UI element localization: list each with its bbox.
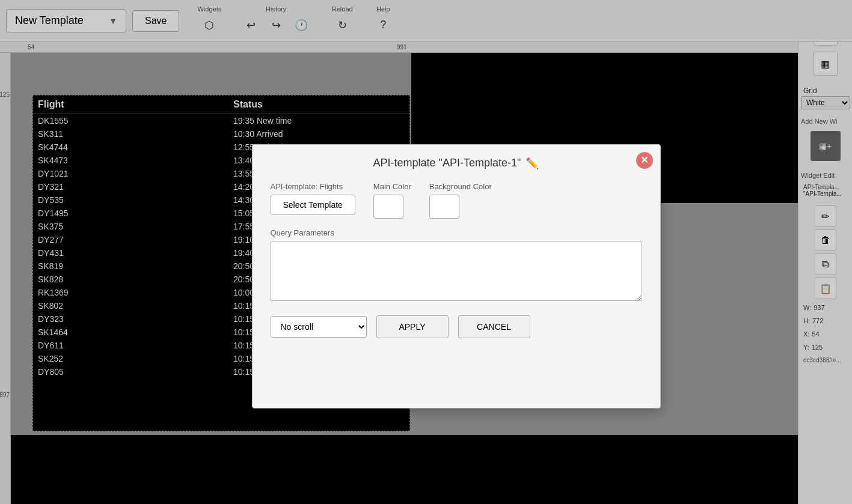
modal-edit-icon[interactable]: ✏️ [526,157,539,170]
query-params-textarea[interactable] [271,241,642,301]
modal-close-button[interactable]: ✕ [636,152,653,169]
api-template-field: API-template: Flights Select Template [271,182,355,215]
modal-title-text: API-template "API-Template-1" [373,157,521,169]
modal-dialog: API-template "API-Template-1" ✏️ ✕ API-t… [252,144,661,408]
main-color-picker[interactable] [373,195,403,219]
api-template-label: API-template: Flights [271,182,355,191]
cancel-button[interactable]: CANCEL [458,315,530,338]
background-color-field: Background Color [429,182,492,219]
modal-title: API-template "API-Template-1" ✏️ [271,157,642,170]
query-params-label: Query Parameters [271,228,642,237]
select-template-button[interactable]: Select Template [271,195,355,215]
modal-footer: No scroll Scroll Marquee APPLY CANCEL [271,315,642,338]
modal-top-row: API-template: Flights Select Template Ma… [271,182,642,219]
query-params-section: Query Parameters [271,228,642,303]
modal-overlay: API-template "API-Template-1" ✏️ ✕ API-t… [0,0,852,504]
main-color-label: Main Color [373,182,411,191]
background-color-picker[interactable] [429,195,459,219]
background-color-label: Background Color [429,182,492,191]
main-color-field: Main Color [373,182,411,219]
apply-button[interactable]: APPLY [376,315,449,338]
scroll-select[interactable]: No scroll Scroll Marquee [271,316,367,338]
